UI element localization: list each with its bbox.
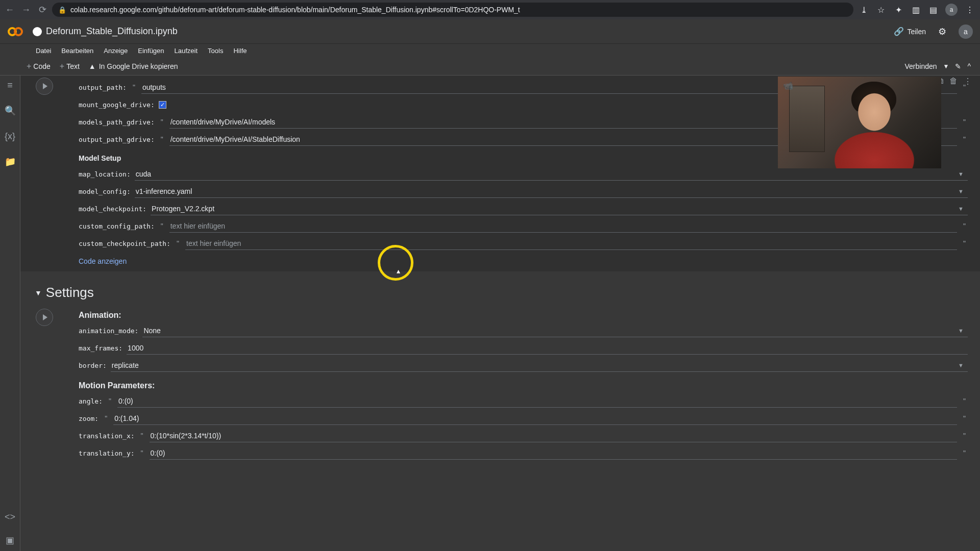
select-model-checkpoint[interactable]: Protogen_V2.2.ckpt▼ bbox=[151, 203, 968, 215]
star-icon[interactable]: ☆ bbox=[876, 5, 886, 15]
label-model-config: model_config: bbox=[79, 188, 131, 195]
menu-view[interactable]: Anzeige bbox=[104, 47, 128, 55]
show-code-button[interactable]: Code anzeigen bbox=[79, 257, 968, 265]
motion-title: Motion Parameters: bbox=[79, 381, 968, 390]
chevron-down-icon: ▼ bbox=[958, 188, 964, 194]
field-custom-config[interactable] bbox=[169, 220, 957, 233]
label-model-checkpoint: model_checkpoint: bbox=[79, 205, 146, 213]
connect-button[interactable]: Verbinden bbox=[904, 62, 937, 70]
input-custom-config[interactable] bbox=[170, 222, 956, 230]
forward-icon[interactable]: → bbox=[21, 5, 31, 14]
menu-runtime[interactable]: Laufzeit bbox=[175, 47, 198, 55]
lock-icon: 🔒 bbox=[58, 6, 66, 14]
chevron-down-icon: ▼ bbox=[958, 206, 964, 212]
row-custom-checkpoint: custom_checkpoint_path: " " bbox=[79, 235, 968, 252]
menu-insert[interactable]: Einfügen bbox=[138, 47, 164, 55]
label-zoom: zoom: bbox=[79, 415, 99, 422]
field-max-frames[interactable] bbox=[127, 342, 968, 355]
chevron-down-icon: ▼ bbox=[35, 289, 42, 297]
row-translation-x: translation_x: " " bbox=[79, 427, 968, 444]
label-angle: angle: bbox=[79, 397, 103, 405]
drive-icon: ▲ bbox=[89, 62, 96, 70]
pencil-icon[interactable]: ✎ bbox=[955, 62, 961, 70]
row-zoom: zoom: " " bbox=[79, 410, 968, 427]
extensions-icon[interactable]: ✦ bbox=[893, 5, 903, 15]
menu-tools[interactable]: Tools bbox=[208, 47, 223, 55]
select-border[interactable]: replicate▼ bbox=[111, 359, 968, 372]
add-text-button[interactable]: +Text bbox=[60, 62, 80, 71]
row-model-checkpoint: model_checkpoint: Protogen_V2.2.ckpt▼ bbox=[79, 200, 968, 217]
notebook-title[interactable]: Deforum_Stable_Diffusion.ipynb bbox=[46, 26, 178, 37]
collapse-icon[interactable]: ^ bbox=[967, 62, 971, 70]
select-map-location[interactable]: cuda▼ bbox=[135, 168, 968, 181]
menu-help[interactable]: Hilfe bbox=[233, 47, 247, 55]
toc-icon[interactable]: ≡ bbox=[5, 80, 16, 91]
label-models-gdrive: models_path_gdrive: bbox=[79, 118, 155, 126]
plus-icon: + bbox=[60, 62, 64, 71]
field-custom-checkpoint[interactable] bbox=[185, 237, 957, 250]
browser-avatar[interactable]: a bbox=[945, 4, 958, 16]
input-max-frames[interactable] bbox=[128, 344, 967, 352]
copy-to-drive-button[interactable]: ▲In Google Drive kopieren bbox=[89, 62, 178, 70]
input-angle[interactable] bbox=[118, 397, 956, 405]
browser-menu-icon[interactable]: ⋮ bbox=[965, 5, 975, 15]
label-translation-y: translation_y: bbox=[79, 449, 135, 457]
label-border: border: bbox=[79, 362, 107, 369]
input-translation-x[interactable] bbox=[151, 432, 956, 440]
browser-bar: ← → ⟳ 🔒 colab.research.google.com/github… bbox=[0, 0, 980, 19]
terminal-icon[interactable]: ▣ bbox=[5, 535, 16, 546]
label-mount-drive: mount_google_drive: bbox=[79, 101, 155, 109]
link-icon: 🔗 bbox=[894, 27, 904, 36]
run-cell-button[interactable] bbox=[36, 78, 53, 95]
install-icon[interactable]: ⤓ bbox=[859, 5, 869, 15]
chevron-down-icon[interactable]: ▼ bbox=[943, 63, 949, 70]
left-sidebar: ≡ 🔍 {x} 📁 <> ▣ bbox=[0, 76, 20, 551]
panel-icon[interactable]: ▤ bbox=[928, 5, 938, 15]
plus-icon: + bbox=[27, 62, 31, 71]
url-text: colab.research.google.com/github/deforum… bbox=[70, 6, 520, 14]
gear-icon[interactable]: ⚙ bbox=[935, 24, 949, 39]
files-icon[interactable]: 📁 bbox=[5, 156, 16, 167]
select-animation-mode[interactable]: None▼ bbox=[142, 324, 968, 337]
profile-avatar[interactable]: a bbox=[959, 24, 973, 39]
settings-section-header[interactable]: ▼ Settings bbox=[20, 274, 980, 305]
code-icon[interactable]: <> bbox=[5, 511, 16, 522]
reload-icon[interactable]: ⟳ bbox=[38, 5, 47, 14]
header-actions: 🔗 Teilen ⚙ a bbox=[894, 24, 973, 39]
variables-icon[interactable]: {x} bbox=[5, 131, 16, 142]
row-border: border: replicate▼ bbox=[79, 357, 968, 374]
label-animation-mode: animation_mode: bbox=[79, 327, 138, 335]
add-code-button[interactable]: +Code bbox=[27, 62, 51, 71]
back-icon[interactable]: ← bbox=[5, 5, 14, 14]
cell-menu-icon[interactable]: ⋮ bbox=[964, 77, 972, 86]
input-translation-y[interactable] bbox=[151, 449, 956, 457]
colab-header: Deforum_Stable_Diffusion.ipynb 🔗 Teilen … bbox=[0, 19, 980, 44]
checkbox-mount-drive[interactable]: ✓ bbox=[159, 101, 166, 109]
run-cell-button[interactable] bbox=[36, 309, 53, 326]
url-bar[interactable]: 🔒 colab.research.google.com/github/defor… bbox=[52, 3, 853, 17]
field-zoom[interactable] bbox=[113, 412, 957, 425]
notebook-main[interactable]: ⧉ 🗑 ⋮ output_path: " " mount_google_driv… bbox=[20, 76, 980, 551]
search-icon[interactable]: 🔍 bbox=[5, 105, 16, 116]
colab-logo-icon[interactable] bbox=[7, 23, 23, 40]
input-custom-checkpoint[interactable] bbox=[186, 239, 956, 247]
share-button[interactable]: 🔗 Teilen bbox=[894, 27, 926, 36]
github-icon bbox=[33, 27, 42, 36]
field-angle[interactable] bbox=[117, 395, 957, 408]
menubar: Datei Bearbeiten Anzeige Einfügen Laufze… bbox=[0, 44, 980, 57]
chevron-down-icon: ▼ bbox=[958, 362, 964, 368]
input-zoom[interactable] bbox=[114, 414, 956, 422]
menu-file[interactable]: Datei bbox=[36, 47, 51, 55]
select-model-config[interactable]: v1-inference.yaml▼ bbox=[135, 185, 968, 198]
field-translation-x[interactable] bbox=[150, 430, 957, 442]
sidepanel-icon[interactable]: ▥ bbox=[911, 5, 921, 15]
row-translation-y: translation_y: " " bbox=[79, 444, 968, 462]
field-translation-y[interactable] bbox=[150, 447, 957, 460]
browser-actions: ⤓ ☆ ✦ ▥ ▤ a ⋮ bbox=[859, 4, 975, 16]
cell-body: Animation: animation_mode: None▼ max_fra… bbox=[32, 305, 980, 468]
delete-cell-icon[interactable]: 🗑 bbox=[949, 77, 958, 86]
menu-edit[interactable]: Bearbeiten bbox=[61, 47, 93, 55]
label-output-gdrive: output_path_gdrive: bbox=[79, 136, 155, 143]
row-model-config: model_config: v1-inference.yaml▼ bbox=[79, 183, 968, 200]
row-angle: angle: " " bbox=[79, 392, 968, 410]
